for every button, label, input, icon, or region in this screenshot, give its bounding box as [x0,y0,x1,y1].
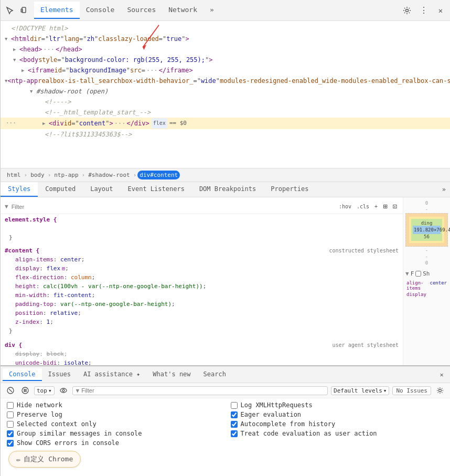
breadcrumb: html › body › ntp-app › #shadow-root › d… [1,168,450,182]
console-tab-issues[interactable]: Issues [42,368,77,381]
ruler-dash1: - [405,207,448,212]
tab-properties[interactable]: Properties [263,182,316,197]
cursor-icon[interactable] [3,3,17,18]
breadcrumb-shadow-root[interactable]: #shadow-root [86,171,132,179]
box-model-content[interactable]: 191.820×769.44 [413,226,441,234]
settings-item-treat-code: Treat code evaluation as user action [231,430,444,437]
tree-line-iframe[interactable]: ▶ <iframe id="backgroundImage" src= ··· … [1,65,450,76]
group-similar-checkbox[interactable] [7,430,14,437]
console-tab-console[interactable]: Console [3,368,42,381]
settings-row-2: Preserve log Eager evaluation [7,410,444,419]
tree-line-comment2[interactable]: <!--_html_template_start_--> [1,107,450,118]
eager-eval-label[interactable]: Eager evaluation [241,411,302,418]
custom-chrome-button[interactable]: ✏ 自定义 Chrome [8,451,81,468]
tab-layout[interactable]: Layout [83,182,120,197]
toggle-button[interactable]: ⊡ [391,202,399,211]
console-tab-whatsnew[interactable]: What's new [146,368,197,381]
group-similar-label[interactable]: Group similar messages in console [17,430,142,437]
treat-code-checkbox[interactable] [231,430,238,437]
filter-box-icon: ▼ [76,387,80,394]
ruler-zero-top: 0 [405,200,448,206]
bottom-bar: ✏ 自定义 Chrome [8,451,81,468]
console-close-button[interactable]: ✕ [435,368,448,381]
tree-line-body[interactable]: ▼ <body style="background-color: rgb(255… [1,55,450,65]
tab-styles[interactable]: Styles [1,182,38,197]
tree-line-head[interactable]: ▶ <head> ··· </head> [1,44,450,55]
styles-filter-input[interactable] [12,204,334,210]
svg-rect-6 [24,389,25,392]
selected-context-label[interactable]: Selected context only [17,420,97,428]
log-xml-checkbox[interactable] [231,402,238,409]
breadcrumb-div-content[interactable]: div#content [137,171,180,179]
context-arrow-icon: ▾ [48,387,52,394]
breadcrumb-html[interactable]: html [5,171,23,179]
tree-line-ntpapp[interactable]: ▼ <ntp-app realbox-is-tall_ searchbox-wi… [1,76,450,86]
eager-eval-checkbox[interactable] [231,411,238,418]
tab-elements[interactable]: Elements [34,2,80,19]
device-icon[interactable] [17,3,32,18]
tab-more[interactable]: » [438,184,450,195]
log-xml-label[interactable]: Log XMLHttpRequests [241,401,313,409]
console-toolbar: top ▾ ▼ Default levels ▾ No Issues [1,383,450,398]
box-model-border[interactable]: ding 191.820×769.44 56 [409,217,444,243]
cls-button[interactable]: .cls [355,202,371,211]
hide-network-label[interactable]: Hide network [17,401,62,409]
breadcrumb-body[interactable]: body [28,171,47,179]
autocomplete-checkbox[interactable] [231,421,238,428]
console-tabs-right: ✕ [435,368,448,381]
element-style-rule: element.style { } [1,214,403,243]
hov-button[interactable]: :hov [337,202,353,211]
treat-code-label[interactable]: Treat code evaluation as user action [241,430,377,437]
show-cors-label[interactable]: Show CORS errors in console [17,439,119,447]
autocomplete-label[interactable]: Autocomplete from history [241,420,336,428]
tab-icons [3,3,32,18]
settings-icon[interactable] [400,3,414,18]
hide-network-checkbox[interactable] [7,402,14,409]
tree-line-comment1[interactable]: <!----> [1,97,450,107]
tree-line-content-div[interactable]: ··· ▶ <div id="content"> ··· </div> flex… [1,118,450,129]
selected-context-checkbox[interactable] [7,421,14,428]
add-style-button[interactable]: + [373,202,379,211]
show-inherited-checkbox[interactable] [415,271,421,277]
issues-badge[interactable]: No Issues [392,386,431,395]
settings-item-autocomplete: Autocomplete from history [231,420,444,428]
pause-button[interactable] [19,385,31,396]
preserve-log-label[interactable]: Preserve log [17,411,62,418]
tab-dom-breakpoints[interactable]: DOM Breakpoints [192,182,263,197]
tab-sources[interactable]: Sources [121,2,162,19]
context-selector[interactable]: top ▾ [34,386,55,395]
svg-point-10 [439,389,442,392]
settings-item-group-similar: Group similar messages in console [7,430,220,437]
show-cors-checkbox[interactable] [7,440,14,447]
tree-line-shadow-root[interactable]: ▼ #shadow-root (open) [1,86,450,97]
box-model-padding[interactable]: ding 191.820×769.44 56 [411,219,442,241]
box-model-container: 0 - ding 191.820×769.44 56 [403,197,450,269]
settings-row-4: Group similar messages in console Treat … [7,429,444,438]
settings-row-3: Selected context only Autocomplete from … [7,419,444,429]
close-icon[interactable]: ✕ [433,3,448,18]
box-model-margin[interactable]: ding 191.820×769.44 56 [405,213,448,247]
ruler-zero-bottom: 0 [405,260,448,266]
console-settings-gear[interactable] [434,385,446,396]
more-options-icon[interactable]: ⋮ [416,3,431,18]
tab-computed[interactable]: Computed [38,182,83,197]
new-rule-button[interactable]: ⊞ [381,202,389,211]
console-tab-search[interactable]: Search [197,368,232,381]
clear-console-button[interactable] [5,385,16,396]
tab-event-listeners[interactable]: Event Listeners [121,182,192,197]
tree-line-comment3[interactable]: <!--?lit$3113345363$--> [1,129,450,140]
tab-network[interactable]: Network [162,2,203,19]
tree-line-html[interactable]: ▼ <html dir="ltr" lang="zh" class lazy-l… [1,34,450,44]
tab-more[interactable]: » [203,2,220,19]
tree-line-doctype[interactable]: <!DOCTYPE html> [1,23,450,34]
console-tab-ai[interactable]: AI assistance ✦ [77,368,146,381]
level-selector[interactable]: Default levels ▾ [331,386,389,395]
eye-icon[interactable] [58,385,69,396]
content-rule: constructed stylesheet #content { align-… [1,245,403,336]
preserve-log-checkbox[interactable] [7,411,14,418]
tab-console[interactable]: Console [80,2,121,19]
filter-f-label[interactable]: F [411,270,414,277]
breadcrumb-ntpapp[interactable]: ntp-app [52,171,80,179]
console-filter-input[interactable] [81,387,324,394]
settings-item-hide-network: Hide network [7,401,220,409]
